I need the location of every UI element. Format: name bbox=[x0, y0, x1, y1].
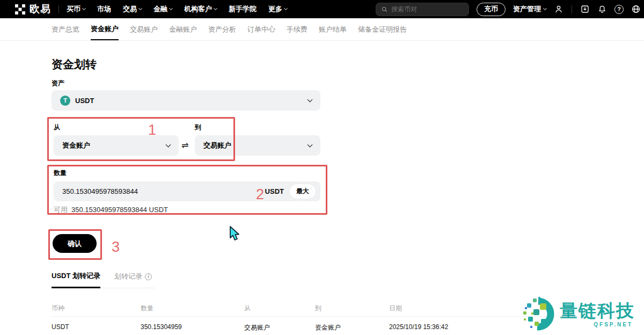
okx-logo[interactable]: 欧易 bbox=[15, 2, 51, 16]
language-globe-icon[interactable] bbox=[631, 4, 641, 14]
nav-markets[interactable]: 市场 bbox=[97, 4, 111, 14]
available-label: 可用 bbox=[54, 206, 68, 214]
deposit-button[interactable]: 充币 bbox=[477, 3, 506, 16]
chevron-down-icon bbox=[166, 142, 171, 148]
watermark-domain: QFSP.NET bbox=[594, 322, 633, 327]
nav-more[interactable]: 更多 bbox=[268, 4, 287, 14]
mouse-cursor bbox=[229, 226, 241, 242]
subnav-funding-account[interactable]: 资金账户 bbox=[91, 18, 119, 40]
subnav-account-statement[interactable]: 账户结单 bbox=[319, 18, 347, 40]
col-coin: 币种 bbox=[52, 304, 141, 313]
cell-from: 交易账户 bbox=[244, 323, 315, 332]
chevron-down-icon bbox=[138, 6, 142, 10]
tab-transfer-history[interactable]: 划转记录 i bbox=[114, 271, 152, 288]
download-app-icon[interactable] bbox=[580, 4, 590, 14]
col-amount: 数量 bbox=[141, 304, 244, 313]
nav-finance[interactable]: 金融 bbox=[153, 4, 172, 14]
qfsp-logo-icon bbox=[522, 296, 557, 332]
cell-coin: USDT bbox=[52, 323, 141, 332]
asset-select-value: USDT bbox=[75, 97, 94, 105]
subnav-asset-analysis[interactable]: 资产分析 bbox=[208, 18, 236, 40]
search-input[interactable] bbox=[391, 5, 464, 13]
col-from: 从 bbox=[244, 304, 315, 313]
assets-management-menu[interactable]: 资产管理 bbox=[513, 4, 546, 14]
from-account-select[interactable]: 资金账户 bbox=[54, 135, 179, 156]
chevron-down-icon bbox=[82, 6, 86, 10]
amount-input[interactable] bbox=[62, 187, 260, 195]
profile-icon[interactable] bbox=[554, 4, 564, 14]
tab-usdt-transfer-history[interactable]: USDT 划转记录 bbox=[52, 271, 100, 288]
search-icon bbox=[381, 6, 388, 13]
subnav-trading-account[interactable]: 交易账户 bbox=[130, 18, 158, 40]
notifications-bell-icon[interactable] bbox=[597, 4, 607, 14]
available-balance: 可用350.1530495978593844 USDT bbox=[54, 205, 168, 215]
table-row: USDT 350.15304959 交易账户 资金账户 2025/10/19 1… bbox=[52, 323, 592, 332]
nav-institutions[interactable]: 机构客户 bbox=[184, 4, 217, 14]
table-divider bbox=[52, 316, 592, 317]
chevron-down-icon bbox=[543, 6, 547, 10]
usdt-coin-icon: T bbox=[60, 96, 70, 106]
divider bbox=[58, 5, 59, 13]
chevron-down-icon bbox=[214, 6, 217, 10]
amount-unit: USDT bbox=[265, 187, 284, 195]
subnav-fees[interactable]: 手续费 bbox=[287, 18, 308, 40]
chevron-down-icon bbox=[169, 6, 173, 10]
chevron-down-icon bbox=[308, 97, 313, 103]
page-title: 资金划转 bbox=[52, 57, 97, 72]
primary-nav: 买币 市场 交易 金融 机构客户 新手学院 更多 bbox=[67, 4, 287, 14]
okx-logo-icon bbox=[15, 4, 25, 14]
history-table-header: 币种 数量 从 到 日期 bbox=[52, 304, 592, 313]
subnav-finance-account[interactable]: 金融账户 bbox=[169, 18, 197, 40]
annotation-number-3: 3 bbox=[112, 239, 120, 256]
nav-buy-crypto[interactable]: 买币 bbox=[67, 4, 85, 14]
col-to: 到 bbox=[315, 304, 389, 313]
from-label: 从 bbox=[54, 123, 60, 132]
amount-field[interactable]: USDT 最大 bbox=[54, 181, 320, 201]
asset-label: 资产 bbox=[52, 79, 64, 88]
search-box[interactable] bbox=[376, 3, 469, 16]
divider bbox=[572, 5, 572, 13]
top-navigation-bar: 欧易 买币 市场 交易 金融 机构客户 新手学院 更多 充币 资产管理 ? bbox=[0, 0, 644, 18]
amount-label: 数量 bbox=[54, 169, 67, 178]
subnav-assets-overview[interactable]: 资产总览 bbox=[52, 18, 79, 40]
confirm-button[interactable]: 确认 bbox=[53, 234, 97, 253]
cell-to: 资金账户 bbox=[315, 323, 389, 332]
to-select-value: 交易账户 bbox=[203, 141, 231, 150]
available-value: 350.1530495978593844 USDT bbox=[71, 206, 168, 214]
qfsp-watermark: 量链科技 QFSP.NET bbox=[522, 296, 635, 332]
from-select-value: 资金账户 bbox=[62, 141, 90, 150]
subnav-order-center[interactable]: 订单中心 bbox=[247, 18, 275, 40]
brand-name: 欧易 bbox=[30, 2, 51, 16]
help-icon[interactable]: ? bbox=[614, 5, 624, 14]
to-label: 到 bbox=[195, 123, 201, 132]
max-button[interactable]: 最大 bbox=[289, 184, 316, 199]
history-tabs: USDT 划转记录 划转记录 i bbox=[52, 271, 155, 288]
watermark-name: 量链科技 bbox=[560, 301, 635, 321]
cell-amount: 350.15304959 bbox=[141, 323, 244, 332]
account-sub-navigation: 资产总览 资金账户 交易账户 金融账户 资产分析 订单中心 手续费 账户结单 储… bbox=[0, 18, 644, 41]
swap-direction-icon[interactable]: ⇌ bbox=[181, 140, 188, 150]
to-account-select[interactable]: 交易账户 bbox=[195, 135, 320, 156]
chevron-down-icon bbox=[308, 142, 313, 148]
asset-select[interactable]: T USDT bbox=[52, 90, 320, 111]
nav-academy[interactable]: 新手学院 bbox=[229, 4, 257, 14]
chevron-down-icon bbox=[284, 6, 288, 10]
info-icon: i bbox=[145, 273, 152, 280]
subnav-proof-of-reserves[interactable]: 储备金证明报告 bbox=[358, 18, 407, 40]
nav-trade[interactable]: 交易 bbox=[123, 4, 142, 14]
